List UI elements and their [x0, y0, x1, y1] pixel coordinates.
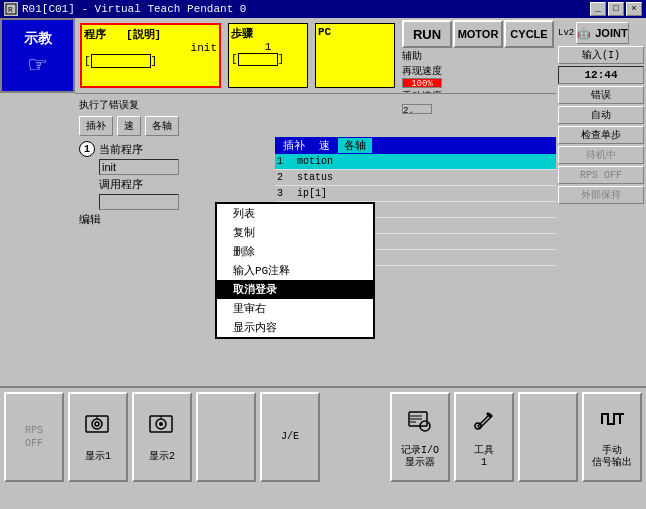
speed-section: 再现速度 100% [402, 64, 554, 88]
list-item[interactable]: 3 ip[1] [275, 186, 556, 202]
menu-item-pg-comment[interactable]: 输入PG注释 [217, 261, 373, 280]
svg-point-4 [95, 422, 99, 426]
speed-bar: 100% [402, 78, 442, 88]
toolbar-row: 插补 速 各轴 [75, 115, 556, 137]
list-name-2: status [297, 172, 333, 183]
rps-off-btn[interactable]: RPS OFF [4, 392, 64, 482]
empty-btn2[interactable] [518, 392, 578, 482]
hand-icon: ☞ [29, 48, 46, 82]
check-single-button[interactable]: 检查单步 [558, 126, 644, 144]
insert-button[interactable]: 插补 [79, 116, 113, 136]
display2-button[interactable]: 显示2 [132, 392, 192, 482]
tool-icon [470, 406, 498, 441]
list-name-1: motion [297, 156, 333, 167]
tool-label: 工具1 [474, 445, 494, 469]
top-buttons-row: 程序 [説明] init [ ] 歩骤 [75, 18, 556, 93]
manual-speed-value: 2. [403, 106, 414, 116]
spacer [324, 392, 386, 487]
auto-button[interactable]: 自动 [558, 106, 644, 124]
title-text: R01[C01] - Virtual Teach Pendant 0 [22, 3, 246, 15]
display1-icon [84, 412, 112, 447]
prog-value-row: init [84, 42, 217, 54]
prog-value: init [191, 42, 217, 54]
machine-on-button[interactable]: 待机中 [558, 146, 644, 164]
speed-button[interactable]: 速 [117, 116, 141, 136]
tab-insert[interactable]: 插补 [277, 138, 311, 153]
axes-button[interactable]: 各轴 [145, 116, 179, 136]
menu-item-cancel-register[interactable]: 取消登录 [217, 280, 373, 299]
rps-btn-inner: RPS OFF [25, 425, 43, 449]
run-button[interactable]: RUN [402, 20, 452, 48]
step-box: 歩骤 1 [ ] [228, 23, 308, 88]
cycle-button[interactable]: CYCLE [504, 20, 554, 48]
aux-label: 辅助 [402, 49, 422, 63]
program-section: 程序 [説明] init [ ] 歩骤 [75, 18, 400, 93]
record-label: 记录I/O显示器 [401, 445, 439, 469]
prog-header-labels: 程序 [説明] [84, 27, 217, 42]
list-item[interactable]: 2 status [275, 170, 556, 186]
call-program-label: 调用程序 [99, 177, 169, 192]
list-tabs: 插补 速 各轴 [275, 137, 556, 154]
menu-item-review[interactable]: 里审右 [217, 299, 373, 318]
record-io-button[interactable]: 记录I/O显示器 [390, 392, 450, 482]
list-item[interactable]: 1 motion [275, 154, 556, 170]
current-program-label: 当前程序 [99, 142, 169, 157]
app-icon: R [4, 2, 18, 16]
call-program-row: 调用程序 [79, 177, 271, 192]
bracket-open: [ [84, 55, 91, 67]
display2-icon [148, 412, 176, 447]
error-row: 执行了错误复 [75, 93, 556, 115]
joint-button[interactable]: 🤖 JOINT [576, 22, 628, 44]
motor-button[interactable]: MOTOR [453, 20, 503, 48]
main-control-buttons: RUN MOTOR CYCLE 辅助 再现速度 100% [400, 18, 556, 93]
list-name-3: ip[1] [297, 188, 327, 199]
input-button[interactable]: 输入(I) [558, 46, 644, 64]
current-program-input[interactable] [99, 159, 179, 175]
speed-value: 100% [403, 79, 441, 89]
teach-button[interactable]: 示教 ☞ [0, 18, 75, 93]
step-brackets: [ ] [231, 53, 305, 66]
lv2-badge: Lv2 [558, 28, 574, 38]
display1-button[interactable]: 显示1 [68, 392, 128, 482]
empty-btn[interactable] [196, 392, 256, 482]
run-motor-cycle-row: RUN MOTOR CYCLE [402, 20, 554, 48]
minimize-button[interactable]: _ [590, 2, 606, 16]
hukugen-label: 再现速度 [402, 64, 554, 78]
manual-speed-bar: 2. [402, 104, 432, 114]
step-bracket-input[interactable] [238, 53, 278, 66]
maximize-button[interactable]: □ [608, 2, 624, 16]
menu-item-list[interactable]: 列表 [217, 204, 373, 223]
prog-bracket-input[interactable] [91, 54, 151, 68]
record-icon [406, 406, 434, 441]
svg-point-8 [159, 422, 163, 426]
error-button[interactable]: 错误 [558, 86, 644, 104]
step-value: 1 [231, 41, 305, 53]
je-button[interactable]: J/E [260, 392, 320, 482]
teach-label: 示教 [24, 30, 52, 48]
pc-box: PC [315, 23, 395, 88]
svg-text:R: R [8, 5, 13, 14]
bottom-toolbar: RPS OFF 显示1 [0, 386, 646, 491]
manual-signal-icon [598, 406, 626, 441]
call-program-input[interactable] [99, 194, 179, 210]
rps-off-button[interactable]: RPS OFF [558, 166, 644, 184]
list-num-1: 1 [277, 156, 297, 167]
manual-signal-button[interactable]: 手动信号输出 [582, 392, 642, 482]
menu-item-display-content[interactable]: 显示内容 [217, 318, 373, 337]
svg-point-3 [92, 419, 102, 429]
display1-label: 显示1 [85, 451, 111, 463]
tool-button[interactable]: 工具1 [454, 392, 514, 482]
context-menu: 列表 复制 删除 输入PG注释 取消登录 里审右 显示内容 [215, 202, 375, 339]
aux-row: 辅助 [402, 49, 554, 63]
menu-item-delete[interactable]: 删除 [217, 242, 373, 261]
menu-item-copy[interactable]: 复制 [217, 223, 373, 242]
title-bar: R R01[C01] - Virtual Teach Pendant 0 _ □… [0, 0, 646, 18]
close-button[interactable]: × [626, 2, 642, 16]
right-action-buttons: 错误 自动 检查单步 待机中 RPS OFF 外部保持 [558, 86, 644, 204]
current-program-row: 1 当前程序 [79, 141, 271, 157]
tab-axes[interactable]: 各轴 [338, 138, 372, 153]
tab-speed[interactable]: 速 [313, 138, 336, 153]
step-header-label: 歩骤 [231, 26, 305, 41]
external-hold-button[interactable]: 外部保持 [558, 186, 644, 204]
list-num-2: 2 [277, 172, 297, 183]
